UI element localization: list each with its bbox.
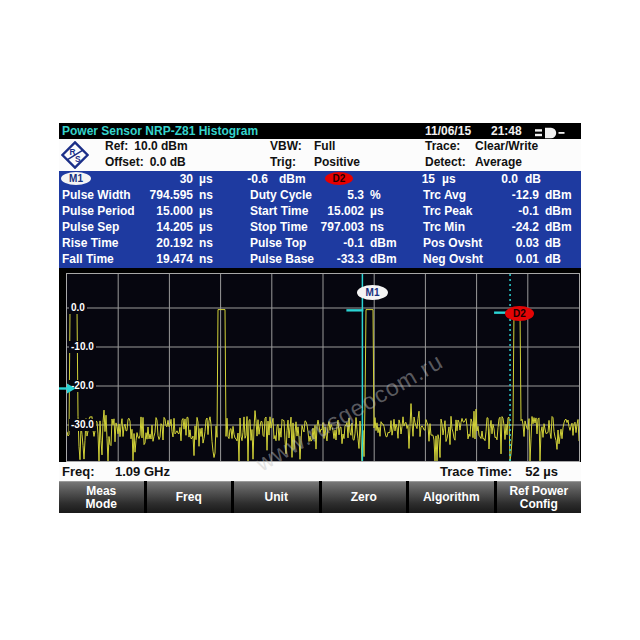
marker-summary-row: M1 30 µs -0.6 dBm D2 15 µs 0.0 dB [59, 172, 581, 188]
trig-value: Positive [314, 155, 360, 169]
fall-time-unit: ns [199, 252, 233, 266]
pulse-width-value: 794.595 [115, 188, 193, 202]
m1-time-value: 30 [115, 172, 193, 186]
title-bar: Power Sensor NRP-Z81 Histogram 11/06/15 … [59, 123, 581, 139]
instrument-screen: Power Sensor NRP-Z81 Histogram 11/06/15 … [59, 123, 581, 513]
trigger-level-arrow-icon [59, 380, 76, 398]
trc-peak-unit: dBm [545, 204, 581, 218]
softkey-bar: MeasModeFreqUnitZeroAlgorithmRef PowerCo… [59, 481, 581, 513]
stop-time-value: 797.003 [292, 220, 364, 234]
softkey-freq[interactable]: Freq [147, 481, 232, 513]
neg-ovsht-value: 0.01 [464, 252, 539, 266]
d2-level-value: 0.0 [459, 172, 518, 186]
trace-time-label: Trace Time: [440, 464, 512, 479]
pulse-base-unit: dBm [370, 252, 410, 266]
measurement-row-pulse-period: Pulse Period15.000µsStart Time15.002µsTr… [59, 204, 581, 220]
d2-time-value: 15 [379, 172, 435, 186]
pos-ovsht-value: 0.03 [464, 236, 539, 250]
softkey-unit[interactable]: Unit [234, 481, 319, 513]
softkey-label: Freq [176, 491, 202, 504]
date-display: 11/06/15 [425, 124, 471, 138]
softkey-meas-mode[interactable]: MeasMode [59, 481, 144, 513]
start-time-unit: µs [370, 204, 410, 218]
trace-label: Trace: [425, 139, 475, 153]
measurement-row-pulse-width: Pulse Width794.595nsDuty Cycle5.3%Trc Av… [59, 188, 581, 204]
trc-min-value: -24.2 [464, 220, 539, 234]
trace-setting: Trace:Clear/Write [425, 139, 538, 155]
start-time-value: 15.002 [292, 204, 364, 218]
trace-value: Clear/Write [475, 139, 538, 153]
fall-time-value: 19.474 [115, 252, 193, 266]
measurement-row-pulse-sep: Pulse Sep14.205µsStop Time797.003nsTrc M… [59, 220, 581, 236]
d2-level-unit: dB [525, 172, 555, 186]
measurement-table: M1 30 µs -0.6 dBm D2 15 µs 0.0 dB Pulse … [59, 171, 581, 268]
trace-plot: 0.0-10.0-20.0-30.0 M1 D2 [66, 273, 580, 462]
trc-avg-unit: dBm [545, 188, 581, 202]
trace-svg [67, 274, 579, 461]
pulse-base-value: -33.3 [292, 252, 364, 266]
vbw-value: Full [314, 139, 335, 153]
pos-ovsht-unit: dB [545, 236, 581, 250]
softkey-label: Zero [351, 491, 377, 504]
pulse-period-unit: µs [199, 204, 233, 218]
y-axis-tick-label: -30.0 [69, 419, 96, 431]
ref-label: Ref: [105, 139, 128, 153]
offset-setting: Offset:0.0 dB [105, 155, 186, 171]
softkey-ref-power-config[interactable]: Ref PowerConfig [497, 481, 582, 513]
rise-time-value: 20.192 [115, 236, 193, 250]
softkey-label: Mode [86, 498, 117, 511]
softkey-algorithm[interactable]: Algorithm [409, 481, 494, 513]
neg-ovsht-unit: dB [545, 252, 581, 266]
duty-cycle-value: 5.3 [292, 188, 364, 202]
softkey-label: Config [520, 498, 558, 511]
offset-value: 0.0 dB [150, 155, 186, 169]
measurement-row-fall-time: Fall Time19.474nsPulse Base-33.3dBmNeg O… [59, 252, 581, 268]
measurement-row-rise-time: Rise Time20.192nsPulse Top-0.1dBmPos Ovs… [59, 236, 581, 252]
page-title: Power Sensor NRP-Z81 Histogram [62, 124, 258, 138]
ref-value: 10.0 dBm [134, 139, 187, 153]
pulse-width-unit: ns [199, 188, 233, 202]
trace-time-value: 52 µs [520, 464, 558, 479]
detect-label: Detect: [425, 155, 475, 169]
instrument-screenshot-page: Power Sensor NRP-Z81 Histogram 11/06/15 … [0, 0, 640, 640]
detect-value: Average [475, 155, 522, 169]
vbw-setting: VBW:Full [270, 139, 335, 155]
ref-setting: Ref:10.0 dBm [105, 139, 188, 155]
softkey-label: Unit [265, 491, 288, 504]
marker-d2-flag: D2 [505, 306, 534, 321]
pulse-sep-unit: µs [199, 220, 233, 234]
rohde-schwarz-logo: R S [61, 141, 89, 173]
svg-text:S: S [75, 154, 81, 164]
trace-graph-area: 0.0-10.0-20.0-30.0 M1 D2 [59, 268, 581, 462]
softkey-label: Algorithm [423, 491, 480, 504]
trc-peak-value: -0.1 [464, 204, 539, 218]
trc-min-unit: dBm [545, 220, 581, 234]
marker-m1-flag: M1 [357, 285, 388, 300]
m1-level-value: -0.6 [209, 172, 268, 186]
pulse-top-unit: dBm [370, 236, 410, 250]
frequency-bar: Freq: 1.09 GHz Trace Time: 52 µs [59, 462, 581, 481]
duty-cycle-unit: % [370, 188, 410, 202]
softkey-zero[interactable]: Zero [322, 481, 407, 513]
pulse-sep-value: 14.205 [115, 220, 193, 234]
detect-setting: Detect:Average [425, 155, 522, 171]
vbw-label: VBW: [270, 139, 314, 153]
marker-m1-badge: M1 [61, 172, 91, 185]
trig-label: Trig: [270, 155, 314, 169]
rise-time-unit: ns [199, 236, 233, 250]
softkey-label: Meas [86, 485, 116, 498]
trig-setting: Trig:Positive [270, 155, 360, 171]
time-display: 21:48 [491, 124, 522, 138]
stop-time-unit: ns [370, 220, 410, 234]
softkey-label: Ref Power [509, 485, 568, 498]
marker-d2-badge: D2 [325, 172, 353, 185]
settings-strip: R S Ref:10.0 dBm Offset:0.0 dB VBW:Full … [59, 139, 581, 171]
trc-avg-value: -12.9 [464, 188, 539, 202]
pulse-top-value: -0.1 [292, 236, 364, 250]
pulse-period-value: 15.000 [115, 204, 193, 218]
freq-label: Freq: [62, 464, 95, 479]
y-axis-tick-label: 0.0 [69, 302, 87, 314]
m1-level-unit: dBm [279, 172, 319, 186]
offset-label: Offset: [105, 155, 144, 169]
y-axis-tick-label: -10.0 [69, 341, 96, 353]
